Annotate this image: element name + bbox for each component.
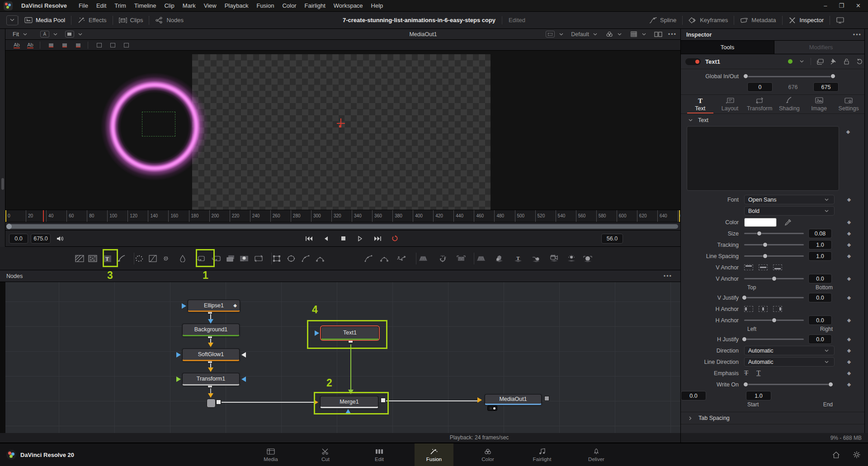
spot-light-3d-tool[interactable] (565, 252, 578, 265)
topbar-inspector[interactable]: Inspector (783, 12, 830, 28)
topbar-media-pool[interactable]: Media Pool (19, 12, 71, 28)
node-color-dot[interactable] (788, 59, 793, 64)
image-plane-3d-tool[interactable] (474, 252, 488, 265)
keyframe-diamond-icon[interactable]: ◆ (840, 381, 858, 387)
topbar-panel-toggle[interactable] (830, 12, 850, 28)
node-color-dropdown[interactable] (797, 58, 806, 65)
ab-strike-icon[interactable]: Ab (25, 41, 35, 49)
menu-mark[interactable]: Mark (179, 2, 200, 9)
eyedropper-icon[interactable] (784, 219, 792, 226)
bold-dropdown[interactable]: Bold (744, 206, 835, 216)
node-connection[interactable] (210, 314, 211, 319)
range-out-field[interactable]: 675.0 (31, 234, 51, 244)
color-corrector-tool[interactable] (159, 252, 173, 265)
anchor-left-button[interactable] (744, 306, 753, 312)
inspector-scrollbar[interactable] (864, 29, 868, 433)
node-input-arrow[interactable] (241, 377, 246, 382)
v-justify-value[interactable]: 0.0 (808, 293, 832, 302)
keyframe-diamond-icon[interactable]: ◆ (840, 253, 858, 259)
stop-button[interactable] (338, 235, 348, 243)
font-dropdown[interactable]: Open Sans (744, 195, 835, 204)
node-connection[interactable] (222, 402, 314, 403)
frame-box-icon[interactable] (94, 41, 104, 49)
viewer-options-menu[interactable]: ••• (668, 31, 677, 38)
anchor-crosshair-h[interactable] (337, 123, 345, 124)
page-deliver[interactable]: Deliver (577, 443, 616, 466)
menu-fairlight[interactable]: Fairlight (301, 2, 330, 9)
anchor-middle-button[interactable] (759, 264, 768, 270)
line-spacing-value[interactable]: 1.0 (808, 251, 832, 261)
keyframe-diamond-icon[interactable]: ◆ (840, 359, 858, 365)
minimize-button[interactable]: – (824, 2, 827, 9)
text-3d-tool[interactable]: T (511, 252, 525, 265)
range-end-marker[interactable] (679, 210, 680, 222)
prop-tab-layout[interactable]: Layout (715, 95, 745, 113)
topbar-effects[interactable]: Effects (71, 12, 113, 28)
viewer-canvas[interactable] (5, 51, 680, 210)
anchor-right-button[interactable] (773, 306, 782, 312)
h-justify-value[interactable]: 0.0 (808, 334, 832, 344)
renderer-3d-tool[interactable] (581, 252, 594, 265)
size-slider[interactable] (744, 233, 804, 234)
page-cut[interactable]: Cut (306, 443, 345, 466)
expand-panel-button[interactable] (6, 15, 18, 25)
direction-dropdown[interactable]: Automatic (744, 346, 835, 355)
particle-emitter-tool[interactable] (416, 252, 430, 265)
global-in-field[interactable]: 0 (747, 82, 773, 92)
page-media[interactable]: Media (251, 443, 290, 466)
page-fusion[interactable]: Fusion (415, 443, 453, 466)
prop-tab-transform[interactable]: Transform (745, 95, 774, 113)
inspector-tab-modifiers[interactable]: Modifiers (774, 41, 868, 54)
timeline-scrollbar[interactable] (5, 222, 680, 231)
play-button[interactable] (355, 235, 365, 243)
arc-mask-tool[interactable] (377, 252, 391, 265)
node-connection[interactable] (350, 344, 351, 390)
node-ellipse1[interactable]: Ellipse1◆ (188, 300, 240, 312)
home-icon[interactable] (832, 452, 840, 458)
pin-icon[interactable] (829, 58, 837, 65)
prop-tab-text[interactable]: TText (685, 95, 715, 113)
locator-3d-tool[interactable] (529, 252, 543, 265)
node-output-port[interactable] (216, 400, 221, 405)
node-connection[interactable] (210, 363, 211, 367)
node-port-arrow[interactable] (477, 397, 482, 403)
keyframe-diamond-icon[interactable]: ◆ (840, 348, 858, 353)
grid-options-dropdown[interactable] (630, 31, 648, 38)
channel-booleans-tool[interactable] (252, 252, 265, 265)
prop-tab-shading[interactable]: Shading (774, 95, 804, 113)
ab-underline-icon[interactable]: Ab (12, 41, 22, 49)
color-curves-tool[interactable] (146, 252, 160, 265)
polygon-mask-tool[interactable] (299, 252, 312, 265)
keyframe-diamond-icon[interactable]: ◆ (840, 219, 858, 225)
polyline-mask-tool[interactable] (362, 252, 375, 265)
node-port-arrow[interactable] (208, 319, 213, 324)
step-back-button[interactable] (321, 235, 331, 243)
keyframe-diamond-icon[interactable]: ◆ (840, 231, 858, 236)
skip-end-button[interactable] (373, 235, 382, 243)
node-input-arrow[interactable] (176, 377, 181, 382)
h-anchor-value[interactable]: 0.0 (808, 315, 832, 325)
v-anchor-value[interactable]: 0.0 (808, 274, 832, 283)
h-justify-slider[interactable] (744, 339, 804, 340)
color-channels-dropdown[interactable] (605, 31, 624, 38)
menu-app[interactable]: DaVinci Resolve (17, 2, 71, 9)
styled-text-input[interactable] (687, 126, 839, 191)
page-fairlight[interactable]: Fairlight (523, 443, 561, 466)
zoom-level-dropdown[interactable]: Fit (13, 31, 29, 38)
blur-tool[interactable] (132, 252, 146, 265)
collapsed-node[interactable] (207, 399, 216, 408)
delta-keyer-tool[interactable] (237, 252, 251, 265)
topbar-spline[interactable]: Spline (643, 12, 682, 28)
color-swatch[interactable] (744, 218, 777, 227)
channel-a-dropdown[interactable]: A (40, 31, 60, 38)
write-on-end-field[interactable]: 1.0 (746, 391, 771, 400)
node-connection[interactable] (210, 338, 211, 343)
anchor-center-button[interactable] (759, 306, 768, 312)
timeline-ruler[interactable]: 0204060801001201401601802002202402602803… (5, 210, 680, 222)
text-section-header[interactable]: Text (681, 115, 868, 125)
wand-mask-tool[interactable] (395, 252, 408, 265)
node-softglow1[interactable]: SoftGlow1 (182, 348, 240, 361)
ellipse-mask-tool[interactable] (284, 252, 298, 265)
lock-icon[interactable] (842, 58, 850, 65)
camera-3d-tool[interactable] (547, 252, 561, 265)
